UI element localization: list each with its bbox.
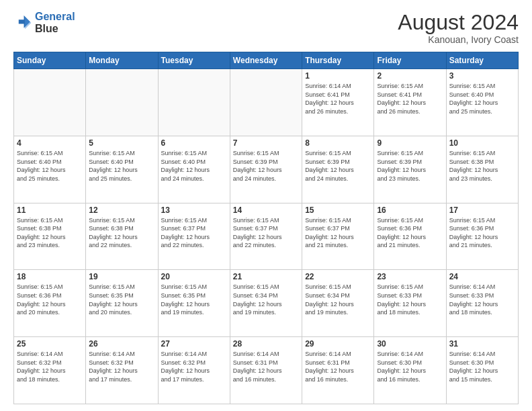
calendar-week-1: 1Sunrise: 6:14 AM Sunset: 6:41 PM Daylig… (14, 69, 519, 136)
day-info: Sunrise: 6:15 AM Sunset: 6:35 PM Dayligh… (89, 283, 154, 316)
day-number: 14 (233, 205, 299, 215)
day-number: 10 (449, 138, 515, 148)
calendar-cell: 16Sunrise: 6:15 AM Sunset: 6:36 PM Dayli… (374, 203, 446, 270)
day-number: 5 (89, 138, 154, 148)
calendar-header-friday: Friday (374, 52, 446, 69)
header: General Blue August 2024 Kanouan, Ivory … (13, 11, 519, 45)
day-number: 28 (233, 339, 299, 349)
calendar-week-4: 18Sunrise: 6:15 AM Sunset: 6:36 PM Dayli… (14, 270, 519, 337)
day-info: Sunrise: 6:15 AM Sunset: 6:33 PM Dayligh… (377, 283, 443, 316)
calendar-cell: 19Sunrise: 6:15 AM Sunset: 6:35 PM Dayli… (86, 270, 158, 337)
logo-blue: Blue (35, 23, 75, 35)
day-number: 23 (377, 272, 443, 281)
calendar-cell: 3Sunrise: 6:15 AM Sunset: 6:40 PM Daylig… (446, 69, 518, 136)
day-info: Sunrise: 6:14 AM Sunset: 6:32 PM Dayligh… (17, 350, 83, 383)
day-number: 13 (161, 205, 227, 215)
calendar-cell: 15Sunrise: 6:15 AM Sunset: 6:37 PM Dayli… (302, 203, 374, 270)
day-info: Sunrise: 6:15 AM Sunset: 6:39 PM Dayligh… (377, 149, 443, 183)
day-info: Sunrise: 6:14 AM Sunset: 6:30 PM Dayligh… (377, 350, 443, 383)
calendar-cell: 24Sunrise: 6:14 AM Sunset: 6:33 PM Dayli… (446, 270, 518, 337)
calendar-cell (230, 69, 302, 136)
day-info: Sunrise: 6:14 AM Sunset: 6:30 PM Dayligh… (449, 350, 515, 383)
calendar-cell: 29Sunrise: 6:14 AM Sunset: 6:31 PM Dayli… (302, 337, 374, 404)
day-info: Sunrise: 6:15 AM Sunset: 6:40 PM Dayligh… (161, 149, 227, 183)
subtitle: Kanouan, Ivory Coast (398, 34, 519, 45)
day-number: 1 (305, 71, 371, 81)
day-number: 16 (377, 205, 443, 215)
logo: General Blue (13, 11, 75, 34)
calendar-cell: 25Sunrise: 6:14 AM Sunset: 6:32 PM Dayli… (14, 337, 86, 404)
main-title: August 2024 (398, 11, 519, 34)
day-number: 21 (233, 272, 299, 281)
day-number: 27 (161, 339, 227, 349)
calendar-cell: 14Sunrise: 6:15 AM Sunset: 6:37 PM Dayli… (230, 203, 302, 270)
calendar-cell: 10Sunrise: 6:15 AM Sunset: 6:38 PM Dayli… (446, 136, 518, 203)
day-number: 31 (449, 339, 515, 349)
day-number: 3 (449, 71, 515, 81)
day-info: Sunrise: 6:15 AM Sunset: 6:37 PM Dayligh… (233, 216, 299, 250)
day-info: Sunrise: 6:14 AM Sunset: 6:31 PM Dayligh… (233, 350, 299, 383)
day-number: 8 (305, 138, 371, 148)
day-info: Sunrise: 6:14 AM Sunset: 6:33 PM Dayligh… (449, 283, 515, 316)
logo-text: General Blue (35, 11, 75, 34)
day-info: Sunrise: 6:15 AM Sunset: 6:39 PM Dayligh… (233, 149, 299, 183)
day-number: 9 (377, 138, 443, 148)
calendar-cell: 22Sunrise: 6:15 AM Sunset: 6:34 PM Dayli… (302, 270, 374, 337)
calendar-table: SundayMondayTuesdayWednesdayThursdayFrid… (13, 52, 519, 404)
day-info: Sunrise: 6:14 AM Sunset: 6:31 PM Dayligh… (305, 350, 371, 383)
calendar-header-thursday: Thursday (302, 52, 374, 69)
calendar-header-wednesday: Wednesday (230, 52, 302, 69)
day-number: 24 (449, 272, 515, 281)
day-info: Sunrise: 6:14 AM Sunset: 6:32 PM Dayligh… (161, 350, 227, 383)
calendar-cell: 12Sunrise: 6:15 AM Sunset: 6:38 PM Dayli… (86, 203, 158, 270)
calendar-cell: 8Sunrise: 6:15 AM Sunset: 6:39 PM Daylig… (302, 136, 374, 203)
day-info: Sunrise: 6:15 AM Sunset: 6:36 PM Dayligh… (377, 216, 443, 250)
day-info: Sunrise: 6:15 AM Sunset: 6:35 PM Dayligh… (161, 283, 227, 316)
calendar-cell: 21Sunrise: 6:15 AM Sunset: 6:34 PM Dayli… (230, 270, 302, 337)
calendar-cell: 27Sunrise: 6:14 AM Sunset: 6:32 PM Dayli… (158, 337, 230, 404)
day-info: Sunrise: 6:15 AM Sunset: 6:37 PM Dayligh… (305, 216, 371, 250)
calendar-cell: 9Sunrise: 6:15 AM Sunset: 6:39 PM Daylig… (374, 136, 446, 203)
calendar-cell (86, 69, 158, 136)
calendar-header-monday: Monday (86, 52, 158, 69)
day-info: Sunrise: 6:15 AM Sunset: 6:40 PM Dayligh… (449, 82, 515, 116)
day-info: Sunrise: 6:15 AM Sunset: 6:41 PM Dayligh… (377, 82, 443, 116)
calendar-cell: 11Sunrise: 6:15 AM Sunset: 6:38 PM Dayli… (14, 203, 86, 270)
logo-general: General (35, 11, 75, 22)
calendar-cell: 7Sunrise: 6:15 AM Sunset: 6:39 PM Daylig… (230, 136, 302, 203)
day-number: 29 (305, 339, 371, 349)
day-number: 20 (161, 272, 227, 281)
day-number: 15 (305, 205, 371, 215)
calendar-cell (14, 69, 86, 136)
day-number: 4 (17, 138, 83, 148)
day-number: 12 (89, 205, 154, 215)
calendar-cell: 6Sunrise: 6:15 AM Sunset: 6:40 PM Daylig… (158, 136, 230, 203)
calendar-cell: 5Sunrise: 6:15 AM Sunset: 6:40 PM Daylig… (86, 136, 158, 203)
day-info: Sunrise: 6:15 AM Sunset: 6:38 PM Dayligh… (89, 216, 154, 250)
calendar-cell: 2Sunrise: 6:15 AM Sunset: 6:41 PM Daylig… (374, 69, 446, 136)
calendar-cell: 23Sunrise: 6:15 AM Sunset: 6:33 PM Dayli… (374, 270, 446, 337)
title-block: August 2024 Kanouan, Ivory Coast (398, 11, 519, 45)
day-number: 17 (449, 205, 515, 215)
day-info: Sunrise: 6:14 AM Sunset: 6:32 PM Dayligh… (89, 350, 154, 383)
calendar-cell: 26Sunrise: 6:14 AM Sunset: 6:32 PM Dayli… (86, 337, 158, 404)
calendar-week-3: 11Sunrise: 6:15 AM Sunset: 6:38 PM Dayli… (14, 203, 519, 270)
day-number: 30 (377, 339, 443, 349)
svg-marker-1 (25, 16, 31, 29)
logo-icon (13, 13, 32, 32)
day-info: Sunrise: 6:15 AM Sunset: 6:38 PM Dayligh… (17, 216, 83, 250)
day-number: 6 (161, 138, 227, 148)
day-number: 19 (89, 272, 154, 281)
day-number: 18 (17, 272, 83, 281)
day-number: 7 (233, 138, 299, 148)
day-number: 22 (305, 272, 371, 281)
calendar-cell: 18Sunrise: 6:15 AM Sunset: 6:36 PM Dayli… (14, 270, 86, 337)
day-number: 25 (17, 339, 83, 349)
day-info: Sunrise: 6:15 AM Sunset: 6:39 PM Dayligh… (305, 149, 371, 183)
calendar-cell: 20Sunrise: 6:15 AM Sunset: 6:35 PM Dayli… (158, 270, 230, 337)
day-number: 11 (17, 205, 83, 215)
day-info: Sunrise: 6:15 AM Sunset: 6:38 PM Dayligh… (449, 149, 515, 183)
day-number: 2 (377, 71, 443, 81)
calendar-cell: 28Sunrise: 6:14 AM Sunset: 6:31 PM Dayli… (230, 337, 302, 404)
day-info: Sunrise: 6:15 AM Sunset: 6:36 PM Dayligh… (17, 283, 83, 316)
